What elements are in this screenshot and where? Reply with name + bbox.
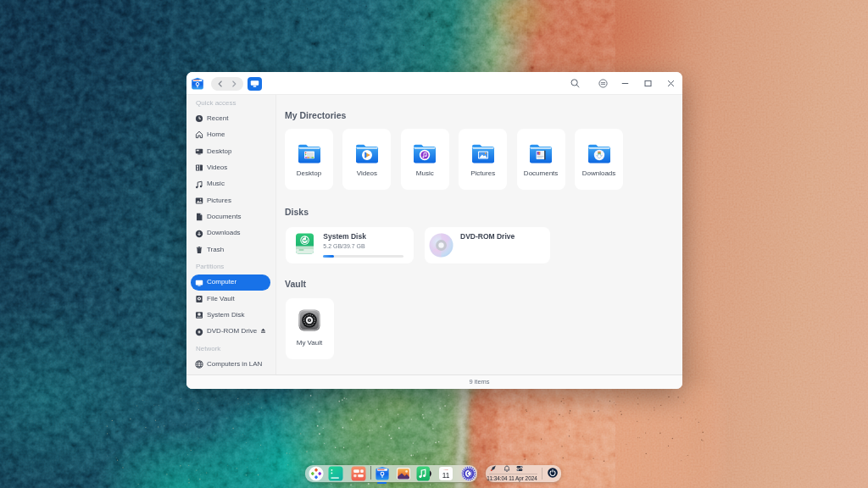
svg-text:11: 11 — [442, 471, 450, 479]
svg-text:APR: APR — [444, 468, 448, 470]
